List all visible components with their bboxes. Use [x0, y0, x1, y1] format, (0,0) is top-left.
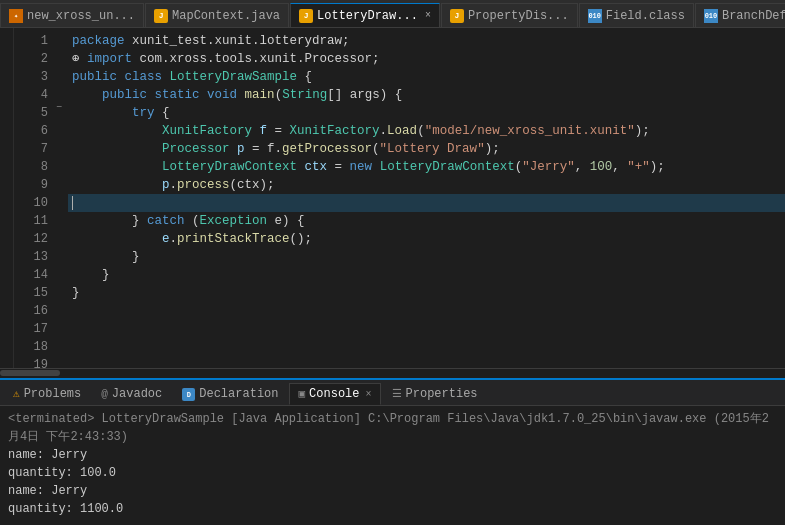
line-number-4: 4	[14, 86, 48, 104]
editor-tab-branchdef[interactable]: 010BranchDef.class	[695, 3, 785, 27]
tab-label-field_class: Field.class	[606, 9, 685, 23]
code-editor[interactable]: package xunit_test.xunit.lotterydraw;⊕ i…	[68, 28, 785, 368]
line-number-10: 10	[14, 194, 48, 212]
line-number-5: 5	[14, 104, 48, 122]
editor-tab-new_xross[interactable]: ✦new_xross_un...	[0, 3, 144, 27]
editor-area: 12345678910111213141516171819 − package …	[0, 28, 785, 368]
code-line-17: }	[68, 248, 785, 266]
code-line-3: ⊕ import com.xross.tools.xunit.Processor…	[68, 50, 785, 68]
bottom-tab-console[interactable]: ▣Console×	[289, 383, 380, 405]
code-line-7: try {	[68, 104, 785, 122]
line-number-15: 15	[14, 284, 48, 302]
collapse-icon[interactable]: −	[56, 102, 62, 113]
console-output-line-0: name: Jerry	[8, 446, 777, 464]
editor-tab-bar: ✦new_xross_un...JMapContext.javaJLottery…	[0, 0, 785, 28]
editor-tab-mapcontext[interactable]: JMapContext.java	[145, 3, 289, 27]
line-number-14: 14	[14, 266, 48, 284]
bottom-tab-label-javadoc: Javadoc	[112, 387, 162, 401]
bottom-tab-close-console[interactable]: ×	[366, 389, 372, 400]
bottom-tab-icon-problems: ⚠	[13, 387, 20, 401]
line-number-9: 9	[14, 176, 48, 194]
bottom-tab-icon-console: ▣	[298, 387, 305, 401]
tab-icon-mapcontext: J	[154, 8, 168, 23]
bottom-tab-icon-properties: ☰	[392, 387, 402, 401]
line-number-1: 1	[14, 32, 48, 50]
bottom-tab-label-declaration: Declaration	[199, 387, 278, 401]
console-output-line-3: quantity: 1100.0	[8, 500, 777, 518]
tab-icon-field_class: 010	[588, 8, 602, 23]
code-line-10: Processor p = f.getProcessor("Lottery Dr…	[68, 140, 785, 158]
code-line-13: p.process(ctx);	[68, 176, 785, 194]
line-number-7: 7	[14, 140, 48, 158]
bottom-tab-problems[interactable]: ⚠Problems	[4, 383, 90, 405]
tab-close-lotterydraw[interactable]: ×	[425, 10, 431, 21]
bottom-tab-properties[interactable]: ☰Properties	[383, 383, 487, 405]
line-number-19: 19	[14, 356, 48, 368]
bottom-tab-declaration[interactable]: DDeclaration	[173, 383, 287, 405]
bottom-tab-label-problems: Problems	[24, 387, 82, 401]
tab-icon-new_xross: ✦	[9, 8, 23, 23]
line-number-11: 11	[14, 212, 48, 230]
line-number-12: 12	[14, 230, 48, 248]
line-number-13: 13	[14, 248, 48, 266]
tab-label-new_xross: new_xross_un...	[27, 9, 135, 23]
bottom-tab-bar: ⚠Problems@JavadocDDeclaration▣Console×☰P…	[0, 380, 785, 406]
line-number-2: 2	[14, 50, 48, 68]
bottom-tab-icon-javadoc: @	[101, 387, 108, 401]
code-line-15: } catch (Exception e) {	[68, 212, 785, 230]
editor-tab-propertydis[interactable]: JPropertyDis...	[441, 3, 578, 27]
editor-left-gutter	[0, 28, 14, 368]
text-cursor	[72, 196, 73, 210]
line-number-3: 3	[14, 68, 48, 86]
code-line-18: }	[68, 266, 785, 284]
scrollbar-thumb[interactable]	[0, 370, 60, 376]
bottom-tab-label-properties: Properties	[406, 387, 478, 401]
code-line-16: e.printStackTrace();	[68, 230, 785, 248]
console-output: <terminated> LotteryDrawSample [Java App…	[0, 406, 785, 525]
code-line-8: XunitFactory f = XunitFactory.Load("mode…	[68, 122, 785, 140]
bottom-tab-javadoc[interactable]: @Javadoc	[92, 383, 171, 405]
line-number-8: 8	[14, 158, 48, 176]
tab-icon-branchdef: 010	[704, 8, 718, 23]
tab-label-branchdef: BranchDef.class	[722, 9, 785, 23]
code-line-5: public class LotteryDrawSample {	[68, 68, 785, 86]
tab-label-propertydis: PropertyDis...	[468, 9, 569, 23]
console-output-line-1: quantity: 100.0	[8, 464, 777, 482]
editor-tab-field_class[interactable]: 010Field.class	[579, 3, 694, 27]
console-output-line-2: name: Jerry	[8, 482, 777, 500]
code-line-12: LotteryDrawContext ctx = new LotteryDraw…	[68, 158, 785, 176]
scrollbar-track	[0, 369, 785, 377]
line-number-16: 16	[14, 302, 48, 320]
code-line-1: package xunit_test.xunit.lotterydraw;	[68, 32, 785, 50]
editor-tab-lotterydraw[interactable]: JLotteryDraw...×	[290, 3, 440, 27]
collapse-gutter: −	[54, 28, 68, 368]
line-numbers: 12345678910111213141516171819	[14, 28, 54, 368]
code-line-14	[68, 194, 785, 212]
bottom-tab-label-console: Console	[309, 387, 359, 401]
code-line-6: public static void main(String[] args) {	[68, 86, 785, 104]
line-number-18: 18	[14, 338, 48, 356]
tab-icon-propertydis: J	[450, 8, 464, 23]
bottom-tab-icon-declaration: D	[182, 387, 195, 402]
bottom-panel: ⚠Problems@JavadocDDeclaration▣Console×☰P…	[0, 378, 785, 525]
tab-label-mapcontext: MapContext.java	[172, 9, 280, 23]
editor-horizontal-scrollbar[interactable]	[0, 368, 785, 378]
code-line-19: }	[68, 284, 785, 302]
tab-label-lotterydraw: LotteryDraw...	[317, 9, 418, 23]
console-terminated-line: <terminated> LotteryDrawSample [Java App…	[8, 410, 777, 446]
tab-icon-lotterydraw: J	[299, 8, 313, 23]
line-number-17: 17	[14, 320, 48, 338]
line-number-6: 6	[14, 122, 48, 140]
